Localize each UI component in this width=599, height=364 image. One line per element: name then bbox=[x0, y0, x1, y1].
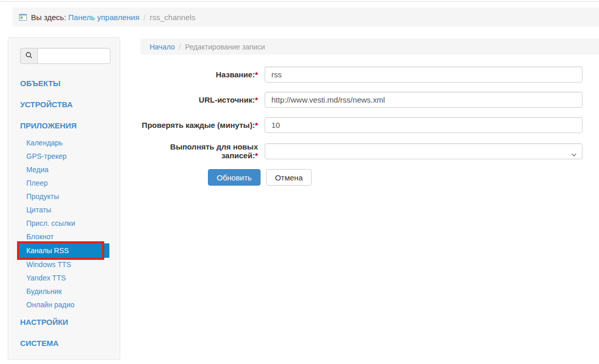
sidebar-item-sent-links[interactable]: Присл. ссылки bbox=[8, 217, 120, 230]
sidebar-item-media[interactable]: Медиа bbox=[8, 163, 120, 176]
check-interval-field[interactable] bbox=[265, 117, 582, 133]
you-are-here-label: Вы здесь: bbox=[31, 13, 66, 22]
breadcrumb-separator: / bbox=[143, 13, 145, 22]
sidebar-item-online-radio[interactable]: Онлайн радио bbox=[8, 298, 120, 311]
form-row-action: Выполнять для новых записей:* bbox=[140, 142, 582, 160]
top-divider bbox=[0, 1, 599, 2]
title-field-label: Название:* bbox=[140, 70, 258, 79]
top-breadcrumb-bar: Вы здесь: Панель управления / rss_channe… bbox=[12, 7, 599, 27]
search-icon bbox=[25, 52, 33, 60]
panel-window-icon bbox=[19, 14, 27, 21]
sidebar-section-applications[interactable]: ПРИЛОЖЕНИЯ bbox=[8, 115, 120, 136]
required-marker: * bbox=[255, 95, 258, 104]
form-row-title: Название:* bbox=[140, 67, 582, 82]
sidebar-item-gps-tracker[interactable]: GPS-трекер bbox=[8, 150, 120, 163]
required-marker: * bbox=[255, 151, 258, 160]
rss-channel-edit-form: Название:* URL-источник:* Проверять кажд… bbox=[140, 67, 582, 186]
breadcrumb-control-panel-link[interactable]: Панель управления bbox=[68, 13, 139, 22]
breadcrumb-current-page: rss_channels bbox=[150, 13, 195, 22]
sidebar-section-objects[interactable]: ОБЪЕКТЫ bbox=[8, 73, 120, 94]
form-row-url: URL-источник:* bbox=[140, 92, 582, 108]
sidebar-item-calendar[interactable]: Календарь bbox=[8, 136, 120, 150]
new-records-action-select[interactable] bbox=[265, 143, 582, 159]
form-row-interval: Проверять каждые (минуты):* bbox=[140, 117, 582, 133]
required-marker: * bbox=[255, 121, 258, 129]
sidebar-item-notepad[interactable]: Блокнот bbox=[8, 230, 120, 243]
breadcrumb-home-link[interactable]: Начало bbox=[150, 43, 175, 51]
sidebar-item-rss-channels[interactable]: Каналы RSS bbox=[18, 243, 109, 258]
search-button[interactable] bbox=[20, 48, 37, 64]
breadcrumb-current-page: Редактирование записи bbox=[185, 43, 265, 51]
url-source-field[interactable] bbox=[265, 92, 582, 108]
breadcrumb-separator: / bbox=[179, 43, 181, 51]
sidebar-item-quotes[interactable]: Цитаты bbox=[8, 203, 120, 217]
title-field[interactable] bbox=[265, 67, 582, 82]
sidebar-menu: ОБЪЕКТЫ УСТРОЙСТВА ПРИЛОЖЕНИЯ Календарь … bbox=[8, 73, 120, 354]
sidebar-search bbox=[20, 48, 110, 64]
update-button[interactable]: Обновить bbox=[208, 169, 261, 186]
cancel-button[interactable]: Отмена bbox=[266, 169, 312, 186]
sidebar-item-yandex-tts[interactable]: Yandex TTS bbox=[8, 271, 120, 285]
sidebar-item-windows-tts[interactable]: Windows TTS bbox=[8, 258, 120, 271]
sidebar-item-player[interactable]: Плеер bbox=[8, 176, 120, 190]
sidebar-section-settings[interactable]: НАСТРОЙКИ bbox=[8, 311, 120, 333]
search-input[interactable] bbox=[37, 48, 110, 64]
interval-field-label: Проверять каждые (минуты):* bbox=[140, 121, 258, 129]
form-buttons: Обновить Отмена bbox=[208, 169, 582, 186]
action-field-label: Выполнять для новых записей:* bbox=[140, 142, 258, 160]
sidebar-item-alarm-clock[interactable]: Будильник bbox=[8, 285, 120, 298]
sidebar-section-devices[interactable]: УСТРОЙСТВА bbox=[8, 94, 120, 115]
sidebar-item-products[interactable]: Продукты bbox=[8, 190, 120, 203]
sidebar-section-system[interactable]: СИСТЕМА bbox=[8, 333, 120, 354]
sidebar-item-label: Каналы RSS bbox=[26, 246, 69, 255]
url-field-label: URL-источник:* bbox=[140, 95, 258, 104]
content-breadcrumb-bar: Начало / Редактирование записи bbox=[140, 39, 599, 55]
sidebar: ОБЪЕКТЫ УСТРОЙСТВА ПРИЛОЖЕНИЯ Календарь … bbox=[8, 37, 120, 360]
required-marker: * bbox=[255, 70, 258, 79]
